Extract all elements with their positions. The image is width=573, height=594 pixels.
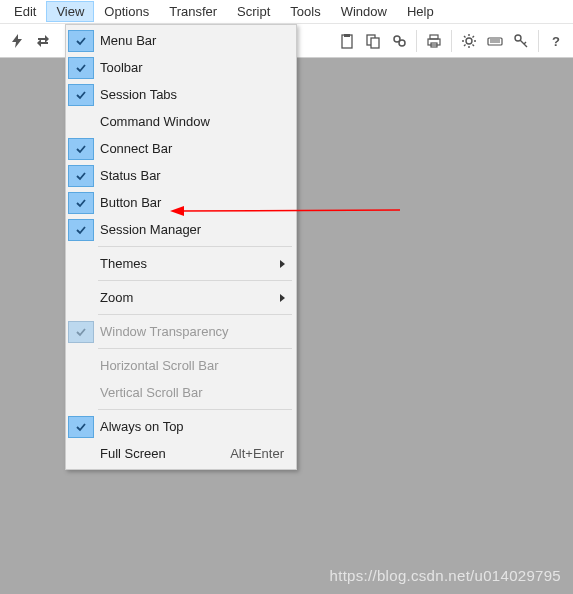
menu-item-label: Status Bar — [98, 168, 294, 183]
check-icon — [68, 355, 94, 377]
svg-text:?: ? — [552, 34, 560, 49]
menu-item-label: Session Manager — [98, 222, 294, 237]
help-icon[interactable]: ? — [545, 30, 567, 52]
submenu-arrow-icon — [278, 259, 294, 269]
menu-view[interactable]: View — [46, 1, 94, 22]
menu-window[interactable]: Window — [331, 1, 397, 22]
menu-item-full-screen[interactable]: Full ScreenAlt+Enter — [68, 440, 294, 467]
paste-icon[interactable] — [336, 30, 358, 52]
menu-script[interactable]: Script — [227, 1, 280, 22]
menu-item-vertical-scroll-bar: Vertical Scroll Bar — [68, 379, 294, 406]
check-icon — [68, 321, 94, 343]
menu-item-label: Session Tabs — [98, 87, 294, 102]
menu-item-label: Always on Top — [98, 419, 294, 434]
check-icon — [68, 287, 94, 309]
menu-separator — [98, 409, 292, 410]
menu-separator — [98, 348, 292, 349]
menu-edit[interactable]: Edit — [4, 1, 46, 22]
check-icon — [68, 138, 94, 160]
gear-icon[interactable] — [458, 30, 480, 52]
print-icon[interactable] — [423, 30, 445, 52]
reconnect-icon[interactable] — [32, 30, 54, 52]
menu-item-label: Button Bar — [98, 195, 294, 210]
watermark-text: https://blog.csdn.net/u014029795 — [330, 567, 561, 584]
menu-item-themes[interactable]: Themes — [68, 250, 294, 277]
check-icon — [68, 192, 94, 214]
check-icon — [68, 165, 94, 187]
menu-item-session-tabs[interactable]: Session Tabs — [68, 81, 294, 108]
menu-item-session-manager[interactable]: Session Manager — [68, 216, 294, 243]
menu-item-status-bar[interactable]: Status Bar — [68, 162, 294, 189]
svg-point-5 — [399, 40, 405, 46]
check-icon — [68, 416, 94, 438]
menu-item-label: Connect Bar — [98, 141, 294, 156]
view-dropdown-menu: Menu BarToolbarSession TabsCommand Windo… — [65, 24, 297, 470]
toolbar-separator — [416, 30, 417, 52]
menu-separator — [98, 246, 292, 247]
key-icon[interactable] — [510, 30, 532, 52]
check-icon — [68, 57, 94, 79]
menu-item-label: Full Screen — [98, 446, 230, 461]
menu-item-label: Command Window — [98, 114, 294, 129]
check-icon — [68, 30, 94, 52]
check-icon — [68, 111, 94, 133]
menu-item-zoom[interactable]: Zoom — [68, 284, 294, 311]
find-icon[interactable] — [388, 30, 410, 52]
check-icon — [68, 443, 94, 465]
menu-item-shortcut: Alt+Enter — [230, 446, 294, 461]
menu-item-label: Menu Bar — [98, 33, 294, 48]
menu-item-label: Horizontal Scroll Bar — [98, 358, 294, 373]
menu-item-always-on-top[interactable]: Always on Top — [68, 413, 294, 440]
menubar: Edit View Options Transfer Script Tools … — [0, 0, 573, 24]
menu-item-label: Themes — [98, 256, 278, 271]
menu-item-toolbar[interactable]: Toolbar — [68, 54, 294, 81]
menu-transfer[interactable]: Transfer — [159, 1, 227, 22]
menu-item-connect-bar[interactable]: Connect Bar — [68, 135, 294, 162]
menu-tools[interactable]: Tools — [280, 1, 330, 22]
menu-item-menu-bar[interactable]: Menu Bar — [68, 27, 294, 54]
menu-item-horizontal-scroll-bar: Horizontal Scroll Bar — [68, 352, 294, 379]
svg-rect-7 — [428, 39, 440, 45]
menu-item-label: Window Transparency — [98, 324, 294, 339]
menu-item-label: Zoom — [98, 290, 278, 305]
toolbar-separator — [451, 30, 452, 52]
menu-item-label: Vertical Scroll Bar — [98, 385, 294, 400]
svg-rect-3 — [371, 38, 379, 48]
copy-icon[interactable] — [362, 30, 384, 52]
svg-rect-1 — [344, 34, 350, 37]
menu-help[interactable]: Help — [397, 1, 444, 22]
check-icon — [68, 382, 94, 404]
check-icon — [68, 84, 94, 106]
check-icon — [68, 219, 94, 241]
keyboard-icon[interactable] — [484, 30, 506, 52]
menu-item-button-bar[interactable]: Button Bar — [68, 189, 294, 216]
check-icon — [68, 253, 94, 275]
menu-item-command-window[interactable]: Command Window — [68, 108, 294, 135]
svg-point-9 — [466, 38, 472, 44]
menu-item-window-transparency: Window Transparency — [68, 318, 294, 345]
submenu-arrow-icon — [278, 293, 294, 303]
toolbar-separator — [538, 30, 539, 52]
menu-item-label: Toolbar — [98, 60, 294, 75]
menu-options[interactable]: Options — [94, 1, 159, 22]
lightning-icon[interactable] — [6, 30, 28, 52]
menu-separator — [98, 280, 292, 281]
menu-separator — [98, 314, 292, 315]
